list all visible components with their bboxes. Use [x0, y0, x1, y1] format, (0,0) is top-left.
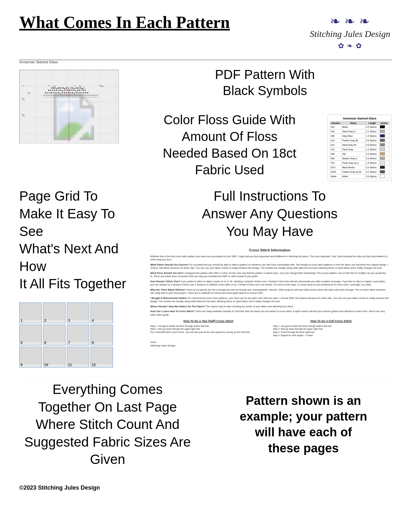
floss-color-swatch — [380, 157, 385, 160]
svg-text:70: 70 — [74, 85, 75, 86]
floss-length: 0.3 Skeins — [365, 156, 379, 161]
svg-rect-55 — [55, 92, 56, 93]
floss-number: 3799 — [330, 170, 342, 174]
instructions-text: Full Instructions ToAnswer Any Questions… — [148, 188, 392, 240]
svg-rect-45 — [77, 90, 78, 91]
svg-rect-88 — [61, 95, 62, 96]
floss-swatch-cell — [379, 138, 389, 143]
svg-rect-52 — [49, 92, 50, 93]
floss-swatch-cell — [379, 152, 389, 156]
svg-rect-33 — [54, 90, 55, 91]
page-footer: ©2023 Stitching Jules Design — [19, 481, 392, 491]
svg-rect-47 — [81, 90, 82, 91]
floss-number: 310 — [330, 125, 342, 129]
svg-rect-80 — [51, 95, 52, 96]
svg-rect-99 — [75, 95, 76, 96]
center-text-col: PDF Pattern WithBlack Symbols Color Flos… — [138, 66, 392, 181]
svg-rect-143 — [93, 97, 94, 98]
floss-number: 414 — [330, 143, 342, 147]
thumbnail-item: 6 — [43, 325, 66, 345]
svg-rect-40 — [67, 90, 68, 91]
cs-half-step1: Step 1: Use good needle and floss throug… — [150, 325, 267, 328]
floss-color-swatch — [380, 148, 385, 151]
svg-rect-66 — [76, 92, 77, 93]
cs-info-p7: Where Should I Start My Pattern On The F… — [150, 305, 389, 309]
svg-rect-20 — [67, 88, 68, 89]
floss-color-swatch — [380, 134, 385, 137]
pdf-pattern-heading: PDF Pattern WithBlack Symbols — [138, 66, 392, 99]
svg-text:50: 50 — [23, 85, 24, 86]
svg-rect-58 — [60, 93, 61, 94]
floss-name: Black Brown — [342, 165, 365, 170]
floss-col-number: Number — [330, 122, 342, 125]
svg-rect-113 — [93, 95, 94, 96]
svg-rect-31 — [50, 90, 51, 91]
svg-rect-13 — [56, 88, 57, 89]
thumbnail-item: 12 — [91, 347, 113, 368]
cs-info-p5: Why Are There Blank Stitches? Some of my… — [150, 288, 389, 295]
thumbnail-pattern — [67, 347, 89, 364]
thumbnail-pattern — [20, 325, 41, 342]
svg-rect-49 — [85, 90, 86, 91]
svg-rect-127 — [63, 97, 63, 98]
floss-name: Tan — [342, 152, 365, 156]
cs-info-p3: What Floss Should You Use? I designed th… — [150, 272, 389, 278]
svg-rect-25 — [77, 88, 78, 89]
cs-info-title: Cross Stitch Information — [150, 248, 389, 253]
thumbnail-label: 3 — [68, 318, 70, 322]
svg-rect-61 — [66, 92, 67, 93]
floss-table-row: 414Steel Gray Dk0.6 Skeins — [330, 143, 389, 147]
svg-rect-118 — [45, 97, 46, 98]
floss-table: Number Name Length Skeins 310Black3.2 Sk… — [330, 121, 389, 179]
svg-rect-105 — [83, 95, 84, 96]
pattern-image-container: Snowman Stained Glass — [19, 66, 128, 144]
svg-rect-54 — [53, 92, 54, 93]
svg-rect-21 — [71, 88, 72, 89]
floss-length: 3.2 Skeins — [365, 125, 379, 129]
svg-rect-35 — [58, 90, 59, 91]
cs-full-stitch-title: How To Do A Full Cross Stitch — [273, 319, 389, 323]
cs-full-stitch-col: How To Do A Full Cross Stitch Step 1: Us… — [273, 319, 389, 337]
floss-swatch-cell — [379, 165, 389, 170]
svg-rect-103 — [81, 95, 81, 96]
svg-rect-95 — [70, 95, 71, 96]
floss-color-swatch — [380, 166, 385, 169]
svg-rect-29 — [83, 88, 84, 89]
floss-table-row: 436Tan0.4 Skeins — [330, 152, 389, 156]
cs-half-stitch-col: How To Do A Two (Half) Cross Stitch Step… — [150, 319, 267, 337]
pdf-pattern-text: PDF Pattern WithBlack Symbols — [138, 66, 392, 99]
thumbnail-label: 2 — [44, 318, 46, 322]
svg-rect-37 — [62, 91, 63, 92]
floss-length: 0.4 Skeins — [365, 152, 379, 156]
floss-guide-image: Snowman Stained Glass Number Name Length… — [328, 115, 392, 181]
svg-rect-134 — [76, 97, 77, 98]
cs-how-to: How To Do A Two (Half) Cross Stitch Step… — [150, 319, 389, 337]
svg-rect-64 — [72, 92, 73, 93]
thumbnail-pattern — [43, 347, 65, 364]
everything-comes-text: Everything ComesTogether On Last PageWhe… — [19, 381, 196, 468]
thumbnail-item: 2 — [43, 302, 66, 323]
svg-rect-71 — [85, 92, 86, 93]
svg-rect-83 — [55, 95, 56, 96]
floss-table-row: 3799Pewter Gray Vy Dk0.7 Skeins — [330, 170, 389, 174]
page-grid-text: Page Grid ToMake It Easy To SeeWhat's Ne… — [19, 188, 135, 293]
svg-rect-126 — [61, 97, 61, 98]
svg-rect-110 — [90, 95, 90, 96]
svg-rect-81 — [52, 95, 53, 96]
svg-rect-142 — [92, 97, 92, 98]
svg-rect-116 — [97, 95, 98, 96]
svg-rect-50 — [45, 92, 46, 93]
cs-half-step3: For a Two/Half Stitch, you're done - you… — [150, 331, 267, 334]
floss-table-row: 762Pearl Gray Vy Lt1.0 Skeins — [330, 161, 389, 165]
svg-rect-121 — [51, 97, 52, 98]
svg-rect-141 — [90, 97, 90, 98]
floss-color-swatch — [380, 143, 385, 146]
svg-rect-109 — [88, 95, 89, 96]
svg-rect-86 — [59, 95, 59, 96]
thumbnail-item: 10 — [43, 347, 66, 368]
floss-name: Navy Blue — [342, 134, 365, 138]
svg-rect-79 — [50, 95, 50, 96]
svg-rect-108 — [87, 95, 88, 96]
floss-table-row: 415Pearl Gray1.2 Skeins — [330, 147, 389, 152]
thumbnail-pattern — [67, 325, 89, 342]
